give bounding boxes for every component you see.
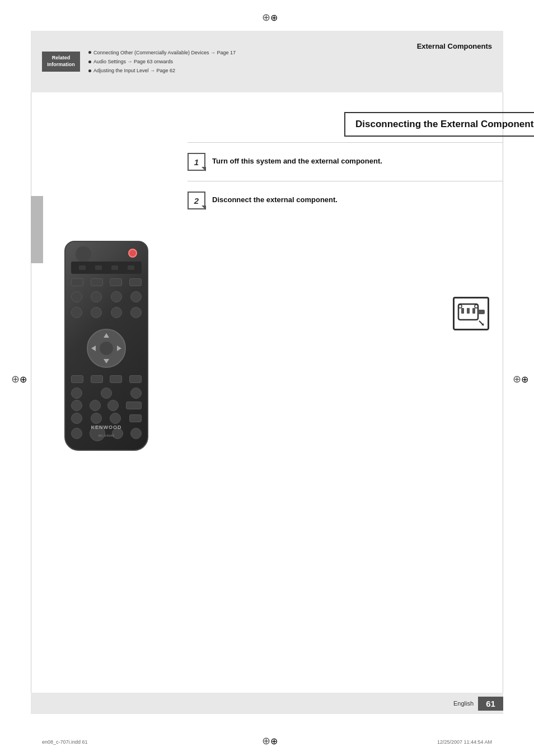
remote-body: KENWOOD RC-V404S (64, 241, 148, 451)
related-link-text-3: Adjusting the Input Level → Page 62 (93, 66, 175, 75)
remote-row-4 (71, 307, 142, 318)
remote-row-8 (71, 413, 142, 424)
section-title-box: Disconnecting the External Component (344, 112, 534, 137)
reg-mark-right: ⊕ (513, 373, 523, 383)
remote-row-7 (71, 400, 142, 411)
remote-nav-center (99, 341, 114, 356)
remote-row-6 (71, 388, 142, 399)
footer-band: English 61 (31, 693, 503, 714)
related-info-label-line1: Related (52, 55, 71, 60)
remote-nav-right (117, 346, 121, 351)
step-2: 2 Disconnect the external component. (188, 181, 503, 220)
remote-nav-left (91, 346, 96, 351)
bullet-3 (88, 69, 91, 72)
footer-date-info: 12/25/2007 11:44:54 AM (437, 739, 492, 745)
svg-rect-2 (467, 308, 470, 314)
remote-model: RC-V404S (99, 434, 115, 437)
header-band: Related Information Connecting Other (Co… (31, 31, 503, 92)
remote-control-image: KENWOOD RC-V404S (64, 241, 151, 454)
related-link-1: Connecting Other (Commercially Available… (88, 48, 236, 57)
remote-display-area (71, 262, 142, 274)
reg-mark-bottom: ⊕ (262, 735, 272, 745)
remote-brand: KENWOOD (91, 424, 122, 430)
footer-page-number: 61 (478, 697, 503, 711)
related-link-2: Audio Settings → Page 63 onwards (88, 57, 236, 66)
remote-nav-up (104, 333, 109, 338)
connector-svg (456, 300, 486, 328)
remote-nav-outer (87, 329, 126, 368)
related-info-box: Related Information (42, 52, 80, 71)
related-info-label-line2: Information (47, 62, 75, 67)
svg-rect-1 (461, 308, 464, 314)
connector-icon (453, 297, 489, 330)
step-1-text: Turn off this system and the external co… (212, 153, 382, 166)
main-content: Disconnecting the External Component 1 T… (31, 112, 503, 220)
related-link-text-2: Audio Settings → Page 63 onwards (93, 57, 173, 66)
step-1: 1 Turn off this system and the external … (188, 142, 503, 181)
related-links: Connecting Other (Commercially Available… (88, 48, 236, 76)
footer-file-info: en08_c-707i.indd 61 (42, 739, 88, 745)
connector-icon-area (453, 297, 489, 330)
steps-container: 1 Turn off this system and the external … (188, 142, 503, 220)
footer-language: English (453, 700, 474, 707)
related-link-text-1: Connecting Other (Commercially Available… (93, 48, 236, 57)
svg-rect-4 (478, 310, 485, 314)
related-link-3: Adjusting the Input Level → Page 62 (88, 66, 236, 75)
section-title: Disconnecting the External Component (355, 119, 533, 129)
remote-row-5 (71, 375, 142, 383)
section-header-title: External Components (417, 42, 492, 50)
reg-mark-left: ⊕ (11, 373, 21, 383)
remote-row-2 (71, 278, 142, 286)
remote-nav-cluster (87, 329, 126, 368)
remote-row-3 (71, 291, 142, 302)
reg-mark-top: ⊕ (262, 11, 272, 21)
step-2-number: 2 (188, 192, 205, 209)
remote-power-button (128, 249, 137, 258)
bullet-2 (88, 60, 91, 63)
bullet-1 (88, 51, 91, 54)
svg-rect-3 (472, 308, 475, 314)
step-1-number: 1 (188, 153, 205, 171)
remote-top-circle (76, 246, 91, 262)
remote-nav-down (104, 359, 109, 363)
step-2-text: Disconnect the external component. (212, 192, 338, 205)
